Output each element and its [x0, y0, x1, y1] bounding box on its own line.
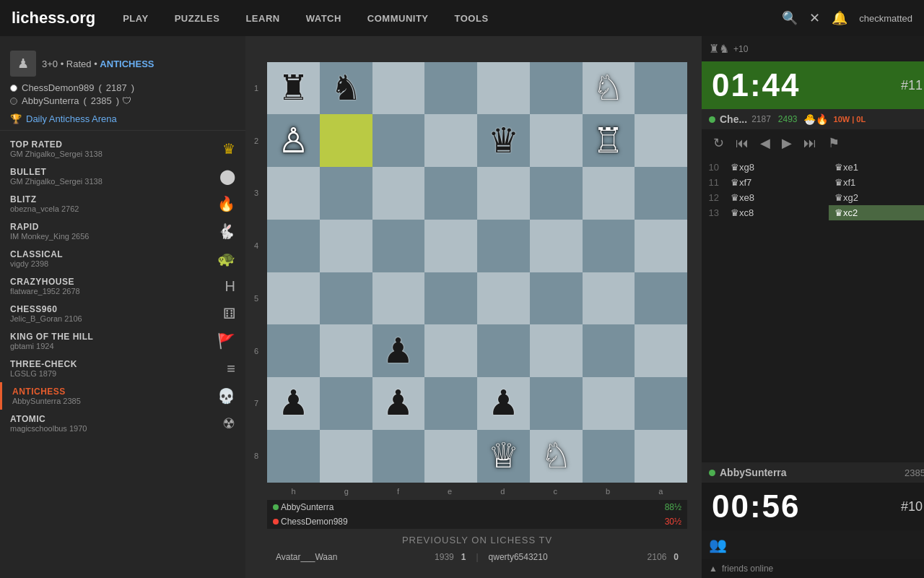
bell-icon[interactable]: 🔔 — [832, 10, 847, 26]
board-cell-r4c7[interactable] — [635, 272, 687, 325]
board-cell-r0c5[interactable] — [530, 62, 583, 115]
board-cell-r3c7[interactable] — [635, 220, 687, 272]
board-cell-r7c0[interactable] — [267, 430, 320, 483]
leaderboard-item-classical[interactable]: CLASSICAL vigdy 2398 🐢 — [0, 245, 245, 272]
board-cell-r2c6[interactable] — [583, 167, 635, 220]
board-cell-r1c0[interactable]: ♙ — [267, 114, 320, 167]
board-cell-r5c5[interactable] — [530, 324, 583, 377]
board-cell-r2c4[interactable] — [477, 167, 530, 220]
board-cell-r0c6[interactable]: ♘ — [583, 62, 635, 115]
board-cell-r3c4[interactable] — [477, 220, 530, 272]
nav-community[interactable]: COMMUNITY — [363, 10, 433, 27]
leaderboard-item-blitz[interactable]: BLITZ obezna_vcela 2762 🔥 — [0, 190, 245, 217]
leaderboard-item-rapid[interactable]: RAPID IM Monkey_King 2656 🐇 — [0, 217, 245, 245]
nav-tools[interactable]: TOOLS — [450, 10, 493, 27]
board-cell-r4c4[interactable] — [477, 272, 530, 325]
leaderboard-item-three-check[interactable]: THREE-CHECK LGSLG 1879 ≡ — [0, 355, 245, 382]
board-cell-r1c4[interactable]: ♛ — [477, 114, 530, 167]
board-cell-r3c5[interactable] — [530, 220, 583, 272]
board-cell-r4c2[interactable] — [372, 272, 425, 325]
board-cell-r3c1[interactable] — [320, 220, 372, 272]
white-player-name[interactable]: ChessDemon989 — [22, 82, 94, 93]
board-cell-r2c3[interactable] — [424, 167, 477, 220]
board-cell-r1c5[interactable] — [530, 114, 583, 167]
chess-board[interactable]: ♜♞♘♙♛♖♟♟♟♟♕♘ — [267, 62, 687, 483]
board-cell-r7c3[interactable] — [424, 430, 477, 483]
move-white[interactable]: ♛xf7 — [725, 175, 829, 190]
board-cell-r1c1[interactable] — [320, 114, 372, 167]
board-cell-r2c1[interactable] — [320, 167, 372, 220]
search-icon[interactable]: 🔍 — [782, 10, 798, 26]
analyze-button[interactable]: ⚑ — [822, 132, 845, 154]
board-cell-r3c6[interactable] — [583, 220, 635, 272]
refresh-button[interactable]: ↻ — [707, 132, 730, 154]
nav-play[interactable]: PLAY — [118, 10, 152, 27]
leaderboard-item-chess960[interactable]: CHESS960 Jelic_B_Goran 2106 ⚅ — [0, 300, 245, 327]
move-white[interactable]: ♛xe8 — [725, 190, 829, 205]
board-cell-r4c3[interactable] — [424, 272, 477, 325]
board-cell-r0c2[interactable] — [372, 62, 425, 115]
prev-p2[interactable]: qwerty6543210 — [489, 552, 643, 562]
bottom-player-name[interactable]: AbbySunterra — [720, 467, 787, 478]
move-black[interactable]: ♛xg2 — [829, 190, 924, 205]
board-cell-r7c4[interactable]: ♕ — [477, 430, 530, 483]
variant-link[interactable]: ANTICHESS — [100, 59, 154, 69]
move-white[interactable]: ♛xg8 — [725, 160, 829, 175]
nav-learn[interactable]: LEARN — [241, 10, 284, 27]
close-icon[interactable]: ✕ — [809, 10, 820, 26]
leaderboard-item-antichess[interactable]: ANTICHESS AbbySunterra 2385 💀 — [0, 382, 245, 410]
move-black[interactable]: ♛xf1 — [829, 175, 924, 190]
board-cell-r6c6[interactable] — [583, 377, 635, 430]
board-cell-r5c7[interactable] — [635, 324, 687, 377]
nav-puzzles[interactable]: PUZZLES — [170, 10, 225, 27]
board-cell-r6c7[interactable] — [635, 377, 687, 430]
first-move-button[interactable]: ⏮ — [730, 133, 754, 154]
board-cell-r5c6[interactable] — [583, 324, 635, 377]
board-cell-r2c2[interactable] — [372, 167, 425, 220]
board-cell-r4c5[interactable] — [530, 272, 583, 325]
board-cell-r7c1[interactable] — [320, 430, 372, 483]
board-cell-r5c1[interactable] — [320, 324, 372, 377]
prev-move-button[interactable]: ◀ — [754, 132, 776, 154]
board-cell-r5c4[interactable] — [477, 324, 530, 377]
board-cell-r6c5[interactable] — [530, 377, 583, 430]
move-white[interactable]: ♛xc8 — [725, 205, 829, 220]
board-cell-r4c0[interactable] — [267, 272, 320, 325]
friends-bar[interactable]: ▲ friends online — [702, 559, 924, 578]
board-cell-r2c7[interactable] — [635, 167, 687, 220]
leaderboard-item-bullet[interactable]: BULLET GM Zhigalko_Sergei 3138 ⬤ — [0, 163, 245, 190]
board-cell-r1c7[interactable] — [635, 114, 687, 167]
board-cell-r0c1[interactable]: ♞ — [320, 62, 372, 115]
board-cell-r5c2[interactable]: ♟ — [372, 324, 425, 377]
last-move-button[interactable]: ⏭ — [798, 133, 822, 154]
board-cell-r0c3[interactable] — [424, 62, 477, 115]
board-cell-r1c3[interactable] — [424, 114, 477, 167]
board-cell-r0c0[interactable]: ♜ — [267, 62, 320, 115]
move-black[interactable]: ♛xe1 — [829, 160, 924, 175]
board-cell-r1c6[interactable]: ♖ — [583, 114, 635, 167]
username[interactable]: checkmatted — [859, 13, 912, 24]
black-player-name[interactable]: AbbySunterra — [22, 95, 79, 106]
board-cell-r6c2[interactable]: ♟ — [372, 377, 425, 430]
board-cell-r2c5[interactable] — [530, 167, 583, 220]
arena-link[interactable]: 🏆 Daily Antichess Arena — [10, 113, 235, 124]
board-cell-r4c1[interactable] — [320, 272, 372, 325]
next-move-button[interactable]: ▶ — [776, 132, 798, 154]
board-cell-r6c4[interactable]: ♟ — [477, 377, 530, 430]
move-black[interactable]: ♛xc2 — [829, 205, 924, 220]
board-cell-r1c2[interactable] — [372, 114, 425, 167]
board-cell-r6c1[interactable] — [320, 377, 372, 430]
board-cell-r3c3[interactable] — [424, 220, 477, 272]
board-cell-r2c0[interactable] — [267, 167, 320, 220]
logo[interactable]: lichess.org — [12, 9, 95, 27]
leaderboard-item-king-of-the-hill[interactable]: KING OF THE HILL gbtami 1924 🚩 — [0, 327, 245, 355]
nav-watch[interactable]: WATCH — [302, 10, 346, 27]
board-cell-r5c3[interactable] — [424, 324, 477, 377]
board-cell-r7c5[interactable]: ♘ — [530, 430, 583, 483]
board-cell-r6c3[interactable] — [424, 377, 477, 430]
board-cell-r3c0[interactable] — [267, 220, 320, 272]
board-cell-r7c2[interactable] — [372, 430, 425, 483]
board-cell-r5c0[interactable] — [267, 324, 320, 377]
board-cell-r0c7[interactable] — [635, 62, 687, 115]
leaderboard-item-crazyhouse[interactable]: CRAZYHOUSE flatware_1952 2678 H — [0, 272, 245, 300]
